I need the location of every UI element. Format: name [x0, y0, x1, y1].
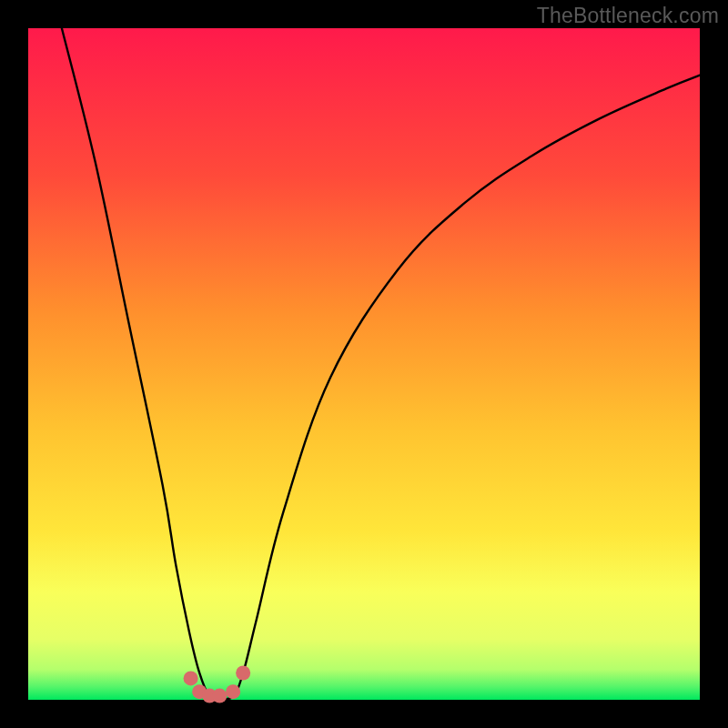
chart-background — [28, 28, 700, 700]
bottleneck-chart — [0, 0, 728, 728]
watermark-text: TheBottleneck.com — [537, 4, 719, 28]
valley-marker — [236, 665, 250, 680]
valley-marker — [212, 689, 227, 703]
chart-frame: TheBottleneck.com — [0, 0, 728, 728]
valley-marker — [184, 671, 198, 685]
valley-marker — [226, 684, 240, 699]
